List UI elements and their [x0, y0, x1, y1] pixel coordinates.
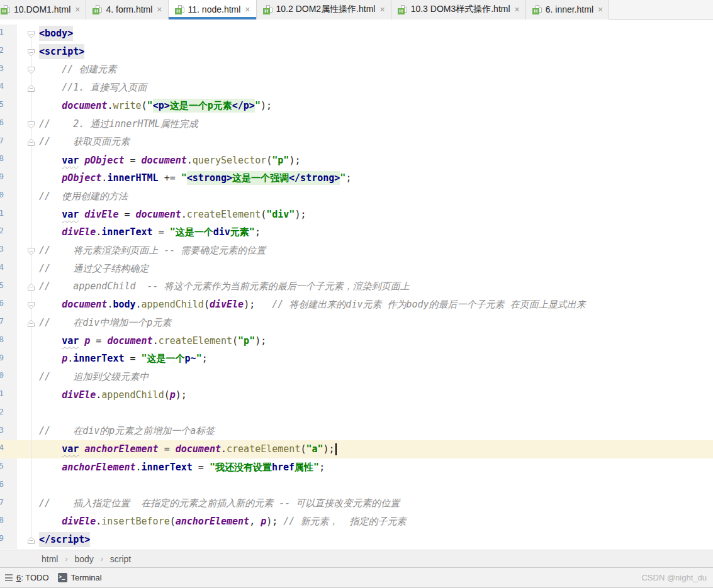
- code-line[interactable]: 13// 将元素渲染到页面上 -- 需要确定元素的位置: [0, 241, 713, 260]
- fold-marker-icon[interactable]: [27, 536, 35, 544]
- code-line[interactable]: 19 p.innerText = "这是一个p~";: [0, 350, 713, 369]
- code-line[interactable]: 8 var pObject = document.querySelector("…: [0, 151, 713, 169]
- close-icon[interactable]: ×: [379, 5, 385, 14]
- editor-tab-2[interactable]: H4. form.html×: [86, 0, 168, 19]
- code-line[interactable]: 2<script>: [0, 43, 713, 61]
- code-token: // 插入指定位置 在指定的元素之前插入新的元素 -- 可以直接改变元素的位置: [39, 497, 400, 509]
- html-file-icon: H: [263, 5, 272, 14]
- close-icon[interactable]: ×: [75, 5, 80, 14]
- line-number: 16: [0, 296, 17, 314]
- gutter-spacer: [17, 97, 39, 115]
- fold-marker-icon[interactable]: [27, 138, 35, 146]
- editor-tab-1[interactable]: H10.DOM1.html×: [0, 0, 86, 19]
- code-token: [79, 443, 84, 455]
- code-token: p: [170, 389, 176, 401]
- fold-marker-icon[interactable]: [27, 65, 35, 74]
- code-line[interactable]: 21 divEle.appendChild(p);: [0, 386, 713, 404]
- editor-tab-4[interactable]: H10.2 DOM2属性操作.html×: [257, 0, 391, 19]
- code-line[interactable]: 12 divEle.innerText = "这是一个div元素";: [0, 223, 713, 241]
- code-line[interactable]: 16 document.body.appendChild(divEle); //…: [0, 296, 713, 314]
- code-line[interactable]: 3 // 创建元素: [0, 61, 713, 79]
- code-token: appendChild: [101, 389, 164, 401]
- code-token: createElement: [159, 335, 232, 347]
- editor-tab-5[interactable]: H10.3 DOM3样式操作.html×: [391, 0, 526, 19]
- line-number: 5: [0, 97, 17, 115]
- code-token: querySelector: [193, 155, 266, 166]
- code-line[interactable]: 20// 追加到父级元素中: [0, 368, 713, 386]
- todo-toolwindow-button[interactable]: 6: TODO: [9, 573, 49, 582]
- tab-label: 11. node.html: [188, 4, 241, 14]
- code-line[interactable]: 10// 使用创建的方法: [0, 187, 713, 206]
- line-number: 25: [0, 458, 17, 477]
- code-token: [39, 100, 62, 111]
- code-token: .: [187, 155, 193, 166]
- breadcrumb-item-script[interactable]: script: [109, 554, 132, 564]
- code-line[interactable]: 11 var divEle = document.createElement("…: [0, 206, 713, 224]
- code-token: anchorElement: [176, 516, 249, 527]
- gutter-spacer: [17, 368, 39, 386]
- code-line[interactable]: 29</script>: [0, 531, 713, 549]
- code-token: p: [84, 335, 90, 347]
- terminal-toolwindow-button[interactable]: Terminal: [58, 573, 102, 582]
- editor-tab-6[interactable]: H6. inner.html×: [526, 0, 609, 19]
- code-line[interactable]: 5 document.write("<p>这是一个p元素</p>");: [0, 97, 713, 115]
- code-line[interactable]: 22: [0, 404, 713, 423]
- code-token: ": [147, 100, 153, 111]
- code-line[interactable]: 26: [0, 477, 713, 495]
- fold-marker-icon[interactable]: [27, 30, 35, 38]
- code-line[interactable]: 1<body>: [0, 25, 713, 43]
- line-number: 1: [0, 25, 17, 43]
- close-icon[interactable]: ×: [157, 5, 162, 14]
- code-line[interactable]: 14// 通过父子结构确定: [0, 260, 713, 278]
- fold-marker-icon[interactable]: [27, 282, 35, 291]
- code-line[interactable]: 27// 插入指定位置 在指定的元素之前插入新的元素 -- 可以直接改变元素的位…: [0, 495, 713, 513]
- code-token: [39, 172, 62, 184]
- code-line[interactable]: 23// 在div的p元素之前增加一个a标签: [0, 423, 713, 441]
- code-token: pObject: [84, 155, 124, 166]
- code-token: // 在div中增加一个p元素: [39, 317, 171, 328]
- code-token: =: [153, 226, 170, 238]
- code-text: // 获取页面元素: [39, 136, 130, 148]
- code-editor[interactable]: 1<body>2<script>3 // 创建元素4 //1. 直接写入页面5 …: [0, 19, 713, 550]
- gutter-spacer: [17, 440, 39, 458]
- close-icon[interactable]: ×: [515, 5, 520, 14]
- line-number: 13: [0, 241, 17, 260]
- code-line[interactable]: 25 anchorElement.innerText = "我还没有设置href…: [0, 458, 713, 477]
- code-token: "这是一个: [142, 353, 185, 364]
- fold-marker-icon[interactable]: [27, 84, 35, 92]
- fold-marker-icon[interactable]: [27, 319, 35, 327]
- code-token: );: [323, 443, 335, 455]
- code-line[interactable]: 17// 在div中增加一个p元素: [0, 314, 713, 332]
- code-line[interactable]: 9 pObject.innerHTML += "<strong>这是一个强调</…: [0, 169, 713, 187]
- code-line-current[interactable]: 24 var anchorElement = document.createEl…: [0, 440, 713, 458]
- breadcrumb-item-body[interactable]: body: [73, 554, 94, 564]
- code-line[interactable]: 15// appendChild -- 将这个元素作为当前元素的最后一个子元素，…: [0, 278, 713, 296]
- code-token: (: [261, 209, 266, 220]
- code-token: //1. 直接写入页面: [62, 82, 147, 93]
- code-token: ": [181, 172, 187, 184]
- code-lines: 1<body>2<script>3 // 创建元素4 //1. 直接写入页面5 …: [0, 25, 713, 549]
- code-line[interactable]: 18 var p = document.createElement("p");: [0, 332, 713, 350]
- code-line[interactable]: 28 divEle.insertBefore(anchorElement, p)…: [0, 513, 713, 531]
- code-token: div: [213, 226, 230, 238]
- code-line[interactable]: 4 //1. 直接写入页面: [0, 79, 713, 97]
- code-token: // 在div的p元素之前增加一个a标签: [39, 425, 215, 436]
- fold-marker-icon[interactable]: [27, 120, 35, 128]
- code-token: [255, 299, 272, 310]
- code-text: // 插入指定位置 在指定的元素之前插入新的元素 -- 可以直接改变元素的位置: [39, 497, 400, 509]
- code-token: =: [159, 443, 176, 455]
- gutter-spacer: [17, 423, 39, 441]
- code-text: // 将元素渲染到页面上 -- 需要确定元素的位置: [39, 245, 266, 257]
- editor-tab-3[interactable]: H11. node.html×: [169, 0, 257, 19]
- fold-marker-icon[interactable]: [27, 247, 35, 255]
- close-icon[interactable]: ×: [245, 5, 250, 14]
- code-line[interactable]: 7// 获取页面元素: [0, 133, 713, 152]
- fold-marker-icon[interactable]: [27, 301, 35, 309]
- code-token: =: [193, 462, 210, 473]
- fold-marker-icon[interactable]: [27, 48, 35, 56]
- close-icon[interactable]: ×: [598, 5, 603, 14]
- code-token: 属性": [295, 462, 319, 473]
- code-token: document: [62, 299, 107, 310]
- code-line[interactable]: 6// 2. 通过innerHTML属性完成: [0, 115, 713, 133]
- breadcrumb-item-html[interactable]: html: [40, 554, 59, 564]
